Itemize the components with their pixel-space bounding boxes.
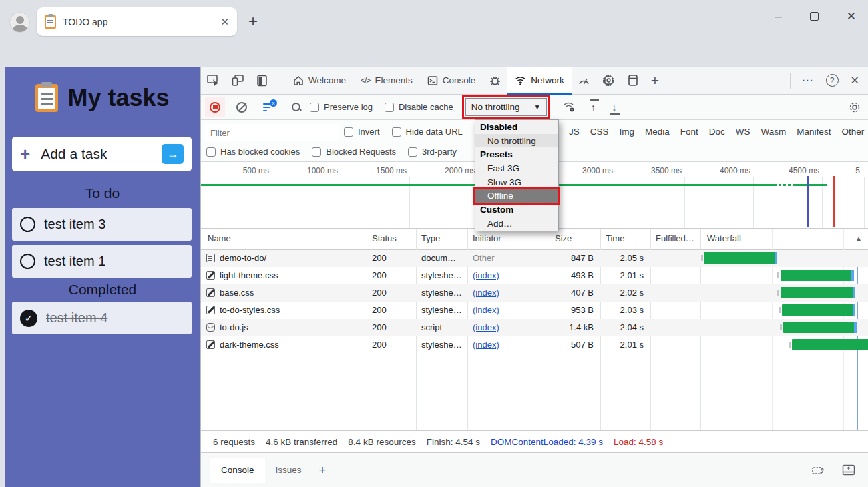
window-maximize-button[interactable] <box>810 12 819 21</box>
drawer-expand-icon[interactable] <box>842 464 855 476</box>
waterfall-bar <box>781 287 853 298</box>
task-item[interactable]: test item 1 <box>12 245 192 278</box>
filter-doc[interactable]: Doc <box>704 127 730 137</box>
timeline-tick: 3000 ms <box>573 166 613 175</box>
filter-img[interactable]: Img <box>614 127 640 137</box>
request-row[interactable]: light-theme.css 200 styleshe… (index) 49… <box>201 267 868 284</box>
issues-bug-icon[interactable] <box>489 74 501 87</box>
task-item[interactable]: test item 3 <box>12 208 192 241</box>
todo-favicon <box>45 15 56 29</box>
waterfall-bar <box>704 252 775 264</box>
drawer-tab-console[interactable]: Console <box>210 458 265 483</box>
memory-chip-icon[interactable] <box>602 74 615 87</box>
initiator-link[interactable]: (index) <box>473 340 548 350</box>
network-settings-gear-icon[interactable] <box>849 101 861 113</box>
menu-item-no-throttling[interactable]: No throttling <box>475 134 558 148</box>
request-row[interactable]: to-do.js 200 script (index) 1.4 kB 2.04 … <box>201 319 868 336</box>
menu-item-offline[interactable]: Offline <box>475 189 558 203</box>
col-time[interactable]: Time <box>606 233 624 244</box>
request-row[interactable]: to-do-styles.css 200 styleshe… (index) 9… <box>201 302 868 319</box>
code-icon: </> <box>361 76 370 85</box>
task-item-completed[interactable]: ✓ test item 4 <box>12 302 192 334</box>
filter-font[interactable]: Font <box>675 127 704 137</box>
dcl-marker-line <box>807 176 809 227</box>
col-fulfilled[interactable]: Fulfilled… <box>656 233 694 244</box>
timeline-tick: 2000 ms <box>435 166 475 175</box>
tab-close-icon[interactable]: ✕ <box>220 16 229 28</box>
col-size[interactable]: Size <box>555 233 572 244</box>
col-initiator[interactable]: Initiator <box>473 233 501 244</box>
task-label: test item 1 <box>44 254 105 269</box>
tab-welcome[interactable]: Welcome <box>286 67 353 95</box>
devtools-help-icon[interactable]: ? <box>826 74 839 87</box>
checked-circle-icon[interactable]: ✓ <box>20 310 37 327</box>
browser-tab[interactable]: TODO app ✕ <box>37 7 237 36</box>
col-waterfall[interactable]: Waterfall <box>707 233 741 244</box>
add-task-field[interactable]: + Add a task → <box>12 137 192 171</box>
submit-task-button[interactable]: → <box>162 144 184 164</box>
menu-item-add[interactable]: Add… <box>475 217 558 231</box>
drawer-tab-issues[interactable]: Issues <box>265 458 312 483</box>
menu-item-fast-3g[interactable]: Fast 3G <box>475 161 558 175</box>
filter-css[interactable]: CSS <box>585 127 614 137</box>
third-party-checkbox[interactable]: 3rd-party <box>408 147 457 157</box>
col-name[interactable]: Name <box>208 233 231 244</box>
filter-wasm[interactable]: Wasm <box>756 127 792 137</box>
clear-requests-icon[interactable] <box>236 102 247 113</box>
menu-item-slow-3g[interactable]: Slow 3G <box>475 175 558 189</box>
profile-avatar[interactable] <box>9 12 30 33</box>
request-row[interactable]: demo-to-do/ 200 docum… Other 847 B 2.05 … <box>201 250 868 267</box>
col-status[interactable]: Status <box>372 233 397 244</box>
filter-manifest[interactable]: Manifest <box>791 127 836 137</box>
filter-input[interactable] <box>205 124 339 141</box>
drawer-add-tab-icon[interactable]: + <box>319 463 327 478</box>
initiator-link[interactable]: (index) <box>473 270 548 280</box>
dock-layout-icon[interactable] <box>256 75 268 87</box>
stylesheet-file-icon <box>206 306 215 314</box>
tab-network[interactable]: Network <box>507 67 572 95</box>
search-icon[interactable] <box>291 102 302 113</box>
record-button[interactable] <box>205 97 225 117</box>
unchecked-circle-icon[interactable] <box>20 217 35 232</box>
filter-toggle-icon[interactable]: x <box>263 102 275 113</box>
request-row[interactable]: base.css 200 styleshe… (index) 407 B 2.0… <box>201 284 868 302</box>
hide-data-url-checkbox[interactable]: Hide data URL <box>392 127 463 137</box>
new-tab-button[interactable]: + <box>248 12 258 31</box>
devtools-close-icon[interactable]: ✕ <box>851 74 859 87</box>
drawer-sidebar-icon[interactable] <box>811 464 825 476</box>
request-row[interactable]: dark-theme.css 200 styleshe… (index) 507… <box>201 336 868 354</box>
initiator-link[interactable]: (index) <box>473 288 548 298</box>
throttling-select[interactable]: No throttling ▼ <box>465 98 547 116</box>
more-tabs-icon[interactable]: + <box>651 73 659 89</box>
disable-cache-checkbox[interactable]: Disable cache <box>385 102 453 112</box>
resources: 8.4 kB resources <box>348 437 415 447</box>
tab-console[interactable]: Console <box>420 67 483 95</box>
unchecked-circle-icon[interactable] <box>20 254 35 269</box>
import-har-icon[interactable]: ↑ <box>590 100 598 114</box>
tab-elements[interactable]: </> Elements <box>353 67 420 95</box>
filter-other[interactable]: Other <box>836 127 868 137</box>
has-blocked-cookies-checkbox[interactable]: Has blocked cookies <box>206 147 300 157</box>
timeline-tick: 4500 ms <box>779 166 819 175</box>
inspect-element-icon[interactable] <box>207 74 220 87</box>
stylesheet-file-icon <box>206 288 215 297</box>
initiator-link[interactable]: (index) <box>473 322 548 332</box>
initiator-link[interactable]: (index) <box>473 305 548 315</box>
network-conditions-icon[interactable] <box>563 101 576 113</box>
col-type[interactable]: Type <box>421 233 440 244</box>
export-har-icon[interactable]: ↓ <box>610 100 618 114</box>
window-minimize-button[interactable]: – <box>775 9 782 23</box>
filter-media[interactable]: Media <box>640 127 675 137</box>
performance-icon[interactable] <box>578 75 590 86</box>
invert-checkbox[interactable]: Invert <box>344 127 380 137</box>
window-close-button[interactable]: ✕ <box>847 9 856 23</box>
sort-ascending-icon[interactable]: ▲ <box>855 235 862 242</box>
preserve-log-checkbox[interactable]: Preserve log <box>310 102 373 112</box>
filter-js[interactable]: JS <box>564 127 585 137</box>
blocked-requests-checkbox[interactable]: Blocked Requests <box>312 147 396 157</box>
device-emulation-icon[interactable] <box>232 74 244 87</box>
devtools-more-icon[interactable]: ⋯ <box>802 73 814 87</box>
application-icon[interactable] <box>627 74 639 87</box>
filter-ws[interactable]: WS <box>730 127 756 137</box>
task-label: test item 4 <box>46 310 107 326</box>
